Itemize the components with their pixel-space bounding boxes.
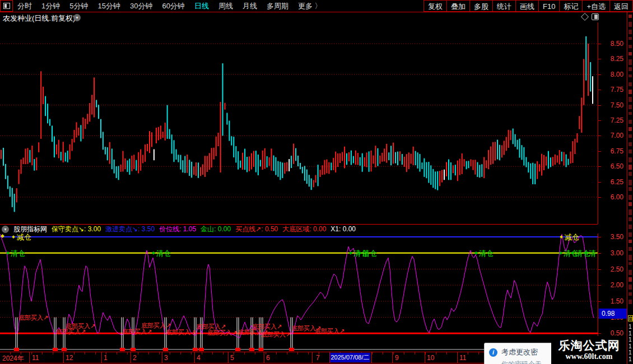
- price-axis-label: 8.50: [611, 40, 623, 48]
- price-bar: [18, 170, 20, 184]
- toolbar-button[interactable]: 多股: [470, 0, 493, 12]
- price-axis-label: 7.75: [611, 86, 623, 94]
- price-bar: [156, 128, 157, 143]
- price-bar: [404, 157, 405, 167]
- toolbar-button[interactable]: +自选: [583, 0, 610, 12]
- strip-digit: 1: [629, 330, 632, 337]
- bottom-zone-marker: [163, 348, 168, 351]
- price-bar: [116, 166, 117, 178]
- price-bar: [444, 170, 445, 180]
- price-bar: [328, 162, 329, 174]
- price-bar: [377, 148, 378, 166]
- strip-digit: 1: [629, 324, 632, 330]
- window-layout-icon: [3, 3, 10, 9]
- toolbar-button[interactable]: 返回: [610, 0, 633, 12]
- price-bar: [207, 156, 208, 172]
- bottom-zone-marker: [235, 348, 240, 351]
- indicator-chevron-icon[interactable]: ▾: [2, 226, 9, 233]
- period-tab[interactable]: 5分钟: [69, 1, 88, 11]
- price-bar: [468, 161, 469, 168]
- price-bar: [399, 151, 401, 161]
- strip-glyph: [629, 142, 632, 146]
- reduce-position-label: 减仓: [565, 234, 579, 241]
- price-bar: [167, 105, 168, 139]
- chevron-down-icon[interactable]: ▾: [73, 14, 81, 21]
- price-bar: [588, 44, 589, 96]
- period-tab[interactable]: 60分钟: [162, 1, 184, 11]
- price-bar: [437, 171, 438, 190]
- bottom-buy-label: 底部买入↗: [261, 331, 291, 338]
- price-bar: [273, 156, 274, 171]
- toolbar-button[interactable]: 画线: [516, 0, 539, 12]
- timeline-month-label: 9: [395, 354, 399, 362]
- toolbar-button[interactable]: F10: [539, 0, 560, 12]
- price-bar: [300, 163, 301, 169]
- price-bar: [235, 146, 236, 163]
- price-bar: [253, 151, 254, 167]
- period-tab[interactable]: 分时: [17, 1, 32, 11]
- price-bar: [91, 95, 92, 114]
- price-bar: [576, 133, 578, 143]
- price-axis-label: 7.00: [611, 132, 623, 139]
- price-bar: [145, 144, 146, 162]
- axis-tick: [598, 74, 601, 75]
- price-bar: [346, 153, 347, 165]
- timeline-divider: [392, 352, 393, 363]
- price-bar: [309, 175, 310, 186]
- edge-strip-tab[interactable]: 自: [628, 315, 633, 321]
- price-bar: [216, 137, 217, 156]
- price-bar: [550, 157, 551, 167]
- period-tab[interactable]: 15分钟: [97, 1, 120, 11]
- indicator-chart[interactable]: 底部买入↗底部买入↗底部买入↗底部买入↗底部买入↗底部买入↗底部买入↗底部买入↗…: [0, 234, 598, 352]
- axis-tick: [598, 105, 601, 106]
- period-tab[interactable]: 更多 〉: [298, 1, 322, 11]
- price-bar: [231, 136, 232, 146]
- period-tab[interactable]: 周线: [218, 1, 233, 11]
- price-bar: [85, 119, 86, 129]
- price-bar: [381, 153, 383, 162]
- diamond-icon[interactable]: [581, 13, 589, 21]
- bottom-zone-marker: [193, 348, 198, 351]
- strip-glyph: [629, 150, 632, 153]
- period-tab[interactable]: 30分钟: [130, 1, 152, 11]
- price-bar: [304, 166, 305, 181]
- axis-tick: [598, 90, 601, 90]
- strip-glyph: [629, 209, 632, 215]
- period-tab[interactable]: 1分钟: [41, 1, 60, 11]
- toolbar-button[interactable]: 统计: [493, 0, 516, 12]
- price-bar: [191, 162, 192, 178]
- price-bar: [501, 145, 502, 157]
- price-axis-label: 7.50: [611, 101, 623, 109]
- price-bar: [384, 148, 385, 161]
- period-tab[interactable]: 多周期: [267, 1, 288, 11]
- price-bar: [464, 159, 465, 166]
- price-bar: [160, 125, 161, 139]
- price-bar: [25, 148, 26, 164]
- strip-glyph: [629, 284, 632, 290]
- toolbar-button[interactable]: 复权: [423, 0, 447, 12]
- right-edge-strip[interactable]: 自 111111: [627, 12, 633, 364]
- period-tab[interactable]: 月线: [243, 1, 257, 11]
- price-bar: [428, 162, 429, 183]
- price-bar: [213, 148, 215, 160]
- period-tab[interactable]: 日线: [194, 1, 209, 11]
- price-bar: [528, 162, 529, 172]
- price-bar: [552, 157, 553, 166]
- indicator-param: 激进卖点↘: 3.50: [105, 225, 155, 234]
- timeline-month-label: 1: [104, 354, 108, 362]
- strip-glyph: [629, 232, 632, 237]
- candlestick-chart[interactable]: [0, 22, 598, 224]
- price-bar: [570, 152, 571, 164]
- split-window-icon[interactable]: [592, 13, 599, 20]
- price-bar: [74, 130, 75, 143]
- strip-glyph: [629, 15, 632, 18]
- toolbar-button[interactable]: 叠加: [447, 0, 470, 12]
- toolbar-button[interactable]: 标记: [560, 0, 583, 12]
- layout-icon-button[interactable]: [0, 0, 13, 12]
- info-icon: i: [489, 348, 497, 357]
- price-bar: [441, 170, 443, 183]
- price-bar: [249, 156, 250, 171]
- price-bar: [45, 96, 46, 116]
- price-bar: [530, 164, 531, 179]
- price-bar: [339, 153, 341, 163]
